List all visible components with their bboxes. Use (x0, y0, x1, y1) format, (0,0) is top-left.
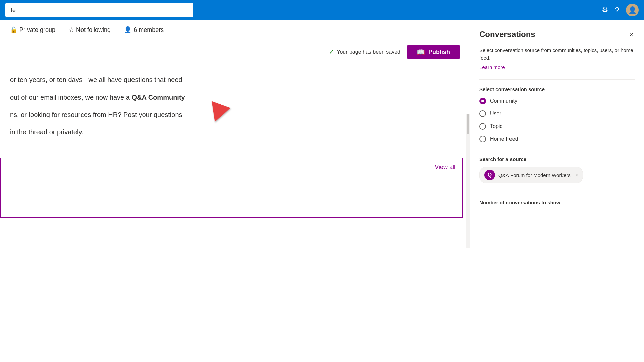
panel-description: Select conversation source from communit… (479, 47, 635, 62)
help-icon[interactable]: ? (615, 6, 619, 14)
close-panel-button[interactable]: × (628, 29, 635, 40)
settings-icon[interactable]: ⚙ (602, 6, 608, 14)
divider-2 (479, 149, 635, 149)
site-title: ite (9, 7, 16, 14)
content-line-2: out of our email inboxes, we now have a … (10, 92, 460, 103)
members-label: 6 members (133, 26, 164, 34)
divider-1 (479, 79, 635, 80)
site-title-bar: ite (5, 3, 193, 17)
search-tag-icon: Q (484, 170, 495, 180)
panel-header: Conversations × (479, 29, 635, 40)
radio-topic[interactable]: Topic (479, 123, 635, 130)
saved-text: Your page has been saved (337, 49, 400, 55)
radio-topic-circle[interactable] (479, 123, 486, 130)
radio-user-label: User (490, 111, 501, 117)
radio-homefeed[interactable]: Home Feed (479, 136, 635, 142)
view-all-link[interactable]: View all (1, 158, 462, 176)
bordered-section: View all (0, 158, 463, 218)
top-navigation: ite ⚙ ? 👤 (0, 0, 644, 20)
saved-notice: ✓ Your page has been saved (329, 48, 400, 56)
radio-community[interactable]: Community (479, 98, 635, 104)
qa-community-text: Q&A Community (131, 94, 185, 101)
content-area: or ten years, or ten days - we all have … (0, 64, 470, 151)
panel-title: Conversations (479, 29, 535, 39)
radio-community-label: Community (490, 98, 517, 104)
content-line-3: ns, or looking for resources from HR? Po… (10, 109, 460, 120)
members-count: 👤 6 members (124, 26, 164, 34)
toolbar-area: ✓ Your page has been saved 📖 Publish (0, 40, 470, 64)
main-container: 🔒 Private group ☆ Not following 👤 6 memb… (0, 20, 644, 362)
lock-icon: 🔒 (10, 26, 17, 34)
book-icon: 📖 (417, 48, 425, 56)
select-source-label: Select conversation source (479, 86, 635, 92)
learn-more-link[interactable]: Learn more (479, 64, 635, 70)
left-panel: 🔒 Private group ☆ Not following 👤 6 memb… (0, 20, 470, 362)
scroll-thumb[interactable] (467, 114, 469, 134)
radio-user[interactable]: User (479, 110, 635, 117)
follow-button[interactable]: ☆ Not following (69, 26, 111, 34)
radio-homefeed-label: Home Feed (490, 136, 518, 142)
radio-topic-label: Topic (490, 123, 502, 129)
radio-community-circle[interactable] (479, 98, 486, 104)
follow-label: Not following (76, 26, 111, 34)
private-group-label: Private group (19, 26, 55, 34)
radio-user-circle[interactable] (479, 110, 486, 117)
num-conversations-label: Number of conversations to show (479, 200, 635, 205)
avatar-image: 👤 (628, 6, 637, 14)
conversations-panel: Conversations × Select conversation sour… (470, 20, 644, 362)
nav-right: ⚙ ? 👤 (602, 4, 639, 16)
content-line-4: in the thread or privately. (10, 127, 460, 137)
nav-left: ite (5, 3, 602, 17)
publish-button[interactable]: 📖 Publish (407, 45, 460, 59)
scrollbar[interactable] (466, 114, 470, 248)
checkmark-icon: ✓ (329, 48, 334, 56)
star-icon: ☆ (69, 26, 74, 34)
sub-header: 🔒 Private group ☆ Not following 👤 6 memb… (0, 20, 470, 40)
search-source-label: Search for a source (479, 156, 635, 162)
publish-label: Publish (428, 49, 450, 56)
radio-homefeed-circle[interactable] (479, 136, 486, 142)
search-tag: Q Q&A Forum for Modern Workers × (479, 167, 583, 183)
private-group-indicator: 🔒 Private group (10, 26, 55, 34)
divider-3 (479, 190, 635, 190)
search-tag-text: Q&A Forum for Modern Workers (498, 172, 571, 178)
content-line-1: or ten years, or ten days - we all have … (10, 74, 460, 85)
person-icon: 👤 (124, 26, 131, 34)
user-avatar[interactable]: 👤 (626, 4, 639, 16)
remove-search-tag-button[interactable]: × (575, 172, 578, 178)
